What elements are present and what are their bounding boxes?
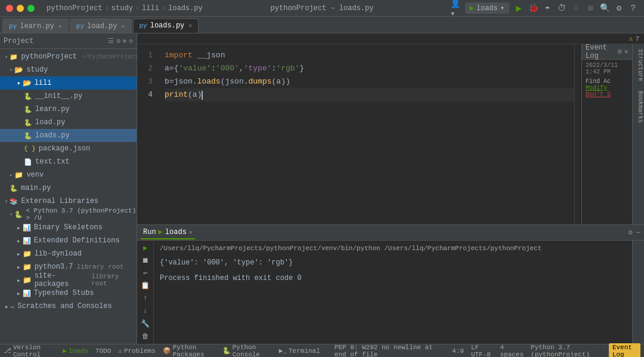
- search-button[interactable]: 🔍: [600, 4, 609, 13]
- sidebar-item-loads-py[interactable]: 🐍 loads.py: [0, 129, 137, 142]
- sidebar-item-label: Extended Definitions: [34, 236, 120, 245]
- run-settings-btn[interactable]: 🔧: [140, 319, 151, 329]
- sidebar-item-init-py[interactable]: 🐍 __init__.py: [0, 90, 137, 103]
- statusbar-terminal[interactable]: ▶_ Terminal: [279, 347, 320, 355]
- sidebar-config-icon[interactable]: ☰: [108, 37, 114, 45]
- sidebar-item-label: python3.7: [35, 263, 73, 271]
- editor[interactable]: 1 2 3 4 import __json: [137, 44, 581, 224]
- editor-content[interactable]: 1 2 3 4 import __json: [137, 44, 581, 224]
- close-button[interactable]: [6, 5, 13, 12]
- help-button[interactable]: ?: [628, 4, 638, 13]
- breadcrumb-file[interactable]: loads.py: [168, 4, 203, 13]
- module-json: __json: [197, 49, 225, 62]
- sidebar-item-extended-definitions[interactable]: ▸ 📊 Extended Definitions: [0, 234, 137, 247]
- run-tab[interactable]: Run ▶ loads ✕: [141, 226, 195, 239]
- pause-button[interactable]: ⏸: [571, 4, 581, 13]
- tab-loads-py[interactable]: py loads.py ✕: [133, 19, 199, 33]
- settings-button[interactable]: ⚙: [614, 4, 624, 13]
- run-trash-btn[interactable]: 🗑: [140, 331, 151, 341]
- sidebar-item-label: study: [26, 66, 48, 74]
- sidebar-item-learn-py[interactable]: 🐍 learn.py: [0, 103, 137, 116]
- lib-item-icon: 📊: [23, 237, 31, 245]
- minimize-button[interactable]: [17, 5, 24, 12]
- event-close-icon[interactable]: ✕: [624, 47, 628, 56]
- var-a: a: [165, 62, 169, 75]
- expand-icon: ▸: [17, 290, 21, 297]
- folder-icon: 📂: [23, 79, 32, 88]
- run-up-btn[interactable]: ↑: [140, 294, 151, 304]
- os-window-buttons[interactable]: [6, 5, 35, 12]
- run-again-btn[interactable]: ▶: [140, 243, 151, 253]
- sidebar-item-study[interactable]: ▾ 📂 study: [0, 63, 137, 76]
- stop-button[interactable]: ⏹: [586, 4, 595, 13]
- expand-icon: ▾: [5, 54, 8, 60]
- event-log-button[interactable]: Event Log: [609, 343, 640, 358]
- run-config[interactable]: ▶ loads ▾: [465, 2, 509, 14]
- statusbar-todo[interactable]: TODO: [95, 347, 111, 355]
- sidebar-item-load-py[interactable]: 🐍 load.py: [0, 116, 137, 129]
- profile-run-button[interactable]: ⏱: [557, 4, 566, 13]
- statusbar-problems[interactable]: ⚠ Problems: [118, 347, 155, 355]
- code-editor[interactable]: import __json a = { 'value' : '000': [159, 44, 574, 224]
- sidebar-item-venv[interactable]: ▸ 📁 venv: [0, 168, 137, 181]
- tab-close-icon[interactable]: ✕: [58, 23, 62, 30]
- run-stop-btn[interactable]: ⏹: [140, 256, 151, 266]
- sidebar-item-typeshed-stubs[interactable]: ▸ 📊 Typeshed Stubs: [0, 287, 137, 300]
- statusbar-run[interactable]: ▶ loads: [63, 347, 88, 355]
- sidebar-item-label: learn.py: [35, 105, 70, 113]
- warning-icon: ⚠: [629, 35, 633, 42]
- sidebar-item-binary-skeletons[interactable]: ▸ 📊 Binary Skeletons: [0, 221, 137, 234]
- run-tab-close[interactable]: ✕: [189, 229, 193, 236]
- breadcrumb-study[interactable]: study: [112, 4, 133, 13]
- run-copy-btn[interactable]: 📋: [140, 281, 151, 291]
- sidebar-item-pythonproject[interactable]: ▾ 📁 pythonProject ~/PycharmProjects/p: [0, 50, 137, 63]
- tab-load-py[interactable]: py load.py ✕: [70, 19, 132, 33]
- bookmarks-tab[interactable]: Bookmarks: [633, 86, 645, 128]
- event-dontshow-link[interactable]: Don't S: [586, 91, 628, 98]
- tab-learn-py[interactable]: py learn.py ✕: [2, 19, 69, 33]
- sidebar-item-lib-dynload[interactable]: ▸ 📁 lib-dynload: [0, 247, 137, 260]
- editor-row: 1 2 3 4 import __json: [137, 44, 644, 224]
- code-line-1: import __json: [165, 49, 574, 62]
- run-label-status: loads: [69, 347, 88, 355]
- sidebar-item-site-packages[interactable]: ▸ 📁 site-packages library root: [0, 273, 137, 287]
- sidebar-item-label: loads.py: [35, 131, 70, 140]
- structure-tab[interactable]: Structure: [633, 44, 645, 86]
- event-settings-icon[interactable]: ⚙: [618, 47, 622, 56]
- fn-loads: loads: [197, 75, 221, 88]
- coverage-button[interactable]: ☂: [543, 4, 552, 13]
- sidebar-item-python37[interactable]: ▾ 🐍 < Python 3.7 (pythonProject) > /U: [0, 208, 137, 221]
- expand-icon: ▸: [17, 237, 21, 245]
- code-line-3: b = json . loads ( json . dumps (a)): [165, 75, 574, 88]
- sidebar-item-scratches[interactable]: ▸ ✏ Scratches and Consoles: [0, 300, 137, 313]
- statusbar-packages[interactable]: 📦 Python Packages: [163, 344, 215, 358]
- run-down-btn[interactable]: ↓: [140, 306, 151, 316]
- statusbar-vcs[interactable]: ⎇ Version Control: [4, 344, 55, 358]
- breadcrumb-project[interactable]: pythonProject: [47, 4, 103, 13]
- play-button[interactable]: ▶: [514, 4, 524, 13]
- run-icon-small: ▶: [470, 4, 474, 13]
- event-modify-link[interactable]: Modify: [586, 85, 628, 91]
- vcs-icon: ⎇: [4, 347, 11, 355]
- bottom-settings-icon[interactable]: ⚙: [628, 228, 633, 237]
- sidebar-expand-icon[interactable]: ⊕: [123, 37, 127, 45]
- tab-close-icon[interactable]: ✕: [188, 22, 192, 29]
- sidebar-item-package-json[interactable]: { } package.json: [0, 142, 137, 155]
- run-rerun-btn[interactable]: ↩: [140, 268, 151, 278]
- sidebar-gear-icon[interactable]: ⚙: [116, 37, 120, 45]
- builtin-print: print: [165, 88, 188, 101]
- profile-icon[interactable]: 👤▾: [451, 4, 460, 13]
- tab-close-icon[interactable]: ✕: [121, 23, 125, 30]
- debug-button[interactable]: 🐞: [528, 4, 538, 13]
- sidebar-item-lili[interactable]: ▾ 📂 lili: [0, 76, 137, 90]
- sidebar-item-main-py[interactable]: 🐍 main.py: [0, 181, 137, 195]
- statusbar-console[interactable]: 🐍 Python Console: [222, 344, 272, 358]
- breadcrumb-lili[interactable]: lili: [142, 4, 159, 13]
- bottom-minimize-icon[interactable]: —: [636, 229, 640, 237]
- encoding: LF UTF-8: [471, 344, 493, 358]
- sidebar-item-text-txt[interactable]: 📄 text.txt: [0, 155, 137, 168]
- sidebar-collapse-icon[interactable]: ⊖: [129, 37, 133, 45]
- sidebar-item-external-libraries[interactable]: ▾ 📚 External Libraries: [0, 195, 137, 208]
- maximize-button[interactable]: [27, 5, 35, 12]
- titlebar: pythonProject › study › lili › loads.py …: [0, 0, 644, 17]
